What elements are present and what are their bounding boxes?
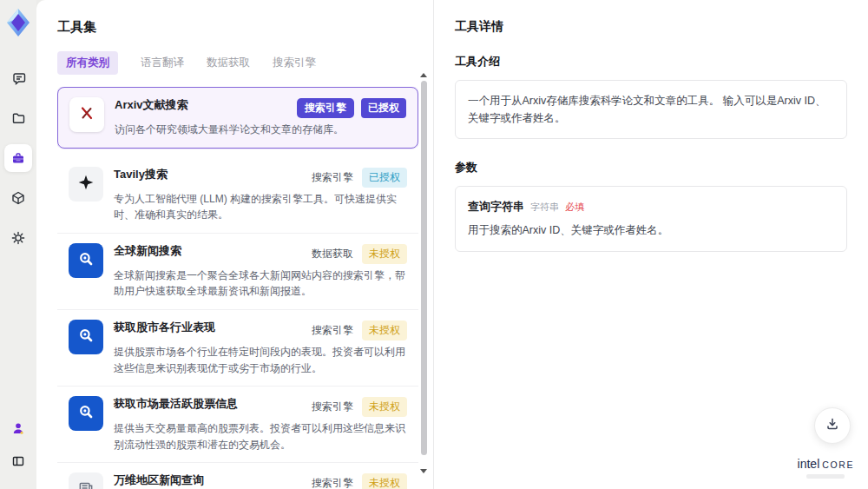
folder-icon [10, 110, 26, 126]
sidebar-item-settings[interactable] [4, 224, 32, 252]
gear-icon [10, 230, 26, 246]
sidebar-item-chat[interactable] [4, 64, 32, 92]
tool-list-item[interactable]: Arxiv文献搜索 搜索引擎 已授权 访问各个研究领域大量科学论文和文章的存储库… [57, 87, 418, 149]
params-heading: 参数 [455, 160, 847, 175]
arxiv-icon [77, 103, 96, 126]
panel-left-icon [10, 453, 26, 469]
user-icon [10, 420, 26, 436]
tool-name: Arxiv文献搜索 [115, 97, 188, 113]
tool-category-badge: 搜索引擎 [312, 170, 353, 185]
tool-description: 提供股票市场各个行业在特定时间段内的表现。投资者可以利用这些信息来识别表现优于或… [114, 344, 407, 376]
tool-category-badge: 数据获取 [312, 247, 353, 261]
download-button[interactable] [814, 407, 851, 444]
param-box: 查询字符串 字符串 必填 用于搜索的Arxiv ID、关键字或作者姓名。 [455, 186, 847, 252]
tool-name: Tavily搜索 [114, 167, 168, 182]
sidebar-item-account[interactable] [4, 414, 32, 442]
tool-category-badge: 搜索引擎 [312, 400, 353, 414]
tab-search-engine[interactable]: 搜索引擎 [273, 51, 316, 75]
newspaper-icon [77, 479, 95, 489]
param-name: 查询字符串 [468, 199, 524, 215]
tool-list-scrollbar[interactable] [419, 73, 428, 486]
cube-icon [10, 190, 26, 206]
tab-all-categories[interactable]: 所有类别 [57, 51, 118, 75]
sidebar-item-packages[interactable] [4, 184, 32, 212]
tool-list-item[interactable]: 全球新闻搜索 数据获取 未授权 全球新闻搜索是一个聚合全球各大新闻网站内容的搜索… [57, 234, 418, 310]
tool-list-item[interactable]: 获取市场最活跃股票信息 搜索引擎 未授权 提供当天交易量最高的股票列表。投资者可… [57, 387, 418, 463]
scroll-up-arrow[interactable] [420, 73, 427, 77]
tool-description: 访问各个研究领域大量科学论文和文章的存储库。 [115, 122, 406, 138]
tool-auth-badge: 未授权 [362, 320, 407, 340]
sidebar-rail [0, 0, 36, 489]
sidebar-item-collapse-panel[interactable] [4, 447, 32, 475]
scroll-down-arrow[interactable] [420, 469, 427, 473]
tool-list: Arxiv文献搜索 搜索引擎 已授权 访问各个研究领域大量科学论文和文章的存储库… [57, 87, 418, 489]
tool-description: 全球新闻搜索是一个聚合全球各大新闻网站内容的搜索引擎，帮助用户快速获取全球最新资… [114, 268, 407, 300]
category-tabs: 所有类别 语言翻译 数据获取 搜索引擎 [57, 51, 433, 75]
tool-auth-badge: 未授权 [362, 244, 407, 264]
intro-heading: 工具介绍 [455, 54, 847, 69]
tool-category-badge: 搜索引擎 [312, 476, 353, 489]
tool-detail-panel: 工具详情 工具介绍 一个用于从Arxiv存储库搜索科学论文和文章的工具。 输入可… [433, 0, 868, 489]
toolset-panel: 工具集 所有类别 语言翻译 数据获取 搜索引擎 Arxiv文献搜索 [36, 0, 433, 489]
sidebar-item-toolbox[interactable] [4, 144, 32, 172]
tool-name: 获取市场最活跃股票信息 [114, 396, 238, 412]
tool-auth-badge: 已授权 [361, 98, 406, 118]
scrollbar-thumb[interactable] [421, 81, 427, 455]
detail-title: 工具详情 [455, 19, 847, 35]
tool-auth-badge: 已授权 [362, 168, 407, 188]
tool-description: 专为人工智能代理 (LLM) 构建的搜索引擎工具。可快速提供实时、准确和真实的结… [114, 191, 407, 223]
toolbox-icon [10, 150, 26, 166]
param-type: 字符串 [530, 201, 559, 214]
brand-underline [806, 474, 845, 479]
intel-core-logo: intelCORE [798, 456, 854, 479]
param-head: 查询字符串 字符串 必填 [468, 199, 834, 215]
param-description: 用于搜索的Arxiv ID、关键字或作者姓名。 [468, 222, 834, 239]
news-search-icon [77, 403, 95, 424]
news-search-icon [77, 327, 95, 347]
app-logo [3, 7, 33, 38]
tool-name: 获取股市各行业表现 [114, 320, 215, 335]
tool-description: 提供当天交易量最高的股票列表。投资者可以利用这些信息来识别流动性强的股票和潜在的… [114, 420, 407, 453]
sidebar-item-files[interactable] [4, 104, 32, 132]
tab-language-translation[interactable]: 语言翻译 [141, 51, 184, 75]
intro-text-box: 一个用于从Arxiv存储库搜索科学论文和文章的工具。 输入可以是Arxiv ID… [455, 80, 847, 139]
tool-list-item[interactable]: 万维地区新闻查询 搜索引擎 未授权 查询具体行政区划内的新闻，快速了解各地新闻动 [57, 463, 418, 489]
tool-category-badge: 搜索引擎 [297, 98, 354, 118]
tool-list-item[interactable]: Tavily搜索 搜索引擎 已授权 专为人工智能代理 (LLM) 构建的搜索引擎… [57, 157, 418, 234]
tool-list-item[interactable]: 获取股市各行业表现 搜索引擎 未授权 提供股票市场各个行业在特定时间段内的表现。… [57, 310, 418, 387]
tool-auth-badge: 未授权 [362, 397, 407, 417]
brand-text: intelCORE [798, 456, 854, 472]
tavily-star-icon [77, 174, 95, 195]
tab-data-fetching[interactable]: 数据获取 [207, 51, 250, 75]
news-search-icon [77, 250, 95, 271]
param-required-badge: 必填 [565, 201, 584, 214]
app-window: 工具集 所有类别 语言翻译 数据获取 搜索引擎 Arxiv文献搜索 [0, 0, 868, 489]
chat-icon [10, 70, 26, 86]
main-content: 工具集 所有类别 语言翻译 数据获取 搜索引擎 Arxiv文献搜索 [36, 0, 868, 489]
toolset-title: 工具集 [57, 19, 433, 36]
download-icon [824, 415, 841, 436]
tool-auth-badge: 未授权 [362, 473, 407, 489]
tool-name: 全球新闻搜索 [114, 243, 181, 259]
tool-category-badge: 搜索引擎 [312, 323, 353, 338]
tool-name: 万维地区新闻查询 [114, 472, 204, 488]
